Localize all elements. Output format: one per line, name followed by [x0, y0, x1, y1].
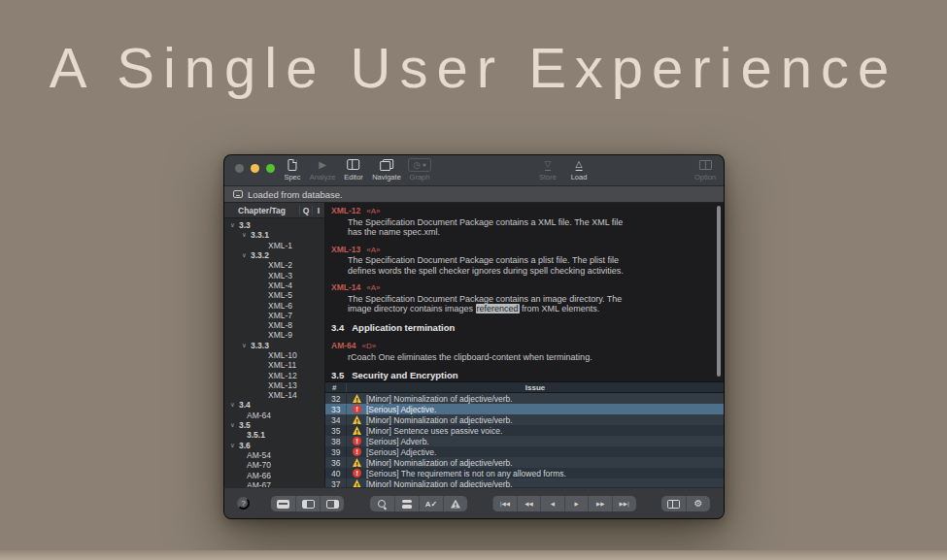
- tree-item[interactable]: ∨ 3.3.3: [224, 341, 324, 350]
- requirement-xml-13[interactable]: XML-13«A» The Specification Document Pac…: [331, 245, 710, 277]
- nav-button[interactable]: ▶▶: [588, 496, 612, 511]
- tree-item[interactable]: ∨ XML-11: [224, 360, 324, 370]
- tree-item-label: XML-1: [268, 241, 292, 250]
- spellcheck-button[interactable]: A✓: [419, 496, 443, 511]
- sidebar-header[interactable]: Chapter/Tag Q I: [224, 203, 324, 218]
- tree-item[interactable]: ∨ XML-8: [224, 320, 324, 330]
- issue-number: 37: [325, 479, 347, 488]
- tree-item[interactable]: ∨ 3.3.1: [224, 230, 324, 240]
- tree-item[interactable]: ∨ 3.3: [224, 220, 324, 230]
- title-bar[interactable]: Spec ▶ Analyze Editor Navigate ◷▼ Graph …: [224, 155, 724, 186]
- toolbar-spec-button[interactable]: Spec: [284, 157, 300, 181]
- tree-item[interactable]: ∨ 3.6: [224, 441, 324, 450]
- tree-item[interactable]: ∨ 3.3.2: [224, 250, 324, 260]
- issue-row[interactable]: 36 [Minor] Nominalization of adjective/v…: [325, 457, 724, 468]
- section-heading-3-4: 3.4Application termination: [331, 323, 710, 334]
- sidebar-header-chapter-tag[interactable]: Chapter/Tag: [224, 206, 299, 215]
- tree-item-label: 3.3.2: [251, 250, 269, 260]
- tree-item[interactable]: ∨ XML-14: [224, 390, 324, 400]
- column-header-issue[interactable]: Issue: [347, 383, 724, 392]
- settings-button[interactable]: ⚙: [686, 496, 710, 511]
- tree-item-label: XML-4: [268, 280, 292, 290]
- tree-item[interactable]: ∨ 3.5.1: [224, 430, 324, 440]
- nav-button[interactable]: ▶: [564, 496, 589, 511]
- tree-item-label: 3.6: [239, 441, 251, 450]
- toolbar-spec-label: Spec: [284, 173, 300, 181]
- requirement-xml-12[interactable]: XML-12«A» The Specification Document Pac…: [331, 206, 710, 238]
- rows-view-button[interactable]: [394, 496, 419, 511]
- sidebar-header-q-column[interactable]: Q: [299, 206, 312, 215]
- issue-row[interactable]: 39 [Serious] Adjective.: [325, 446, 724, 457]
- sidebar-header-i-column[interactable]: I: [312, 206, 324, 215]
- issue-row[interactable]: 38 [Serious] Adverb.: [325, 436, 724, 446]
- issue-row[interactable]: 35 [Minor] Sentence uses passive voice.: [325, 425, 724, 436]
- req-text-line: The Specification Document Package conta…: [348, 255, 710, 266]
- play-icon: ▶: [319, 157, 326, 172]
- severity-icon: [353, 437, 361, 445]
- tree-item[interactable]: ∨ XML-5: [224, 290, 324, 300]
- warnings-button[interactable]: [443, 496, 467, 511]
- chevron-down-icon: ∨: [242, 251, 251, 259]
- tree-item-label: XML-7: [268, 311, 292, 320]
- issue-row[interactable]: 32 [Minor] Nominalization of adjective/v…: [325, 393, 724, 404]
- toolbar-load-button[interactable]: △ Load: [571, 157, 588, 181]
- spec-text-view[interactable]: XML-12«A» The Specification Document Pac…: [325, 203, 724, 381]
- requirement-am-64[interactable]: AM-64«D» rCoach One eliminates the clipb…: [331, 341, 710, 362]
- severity-icon: [353, 394, 361, 403]
- tree-item[interactable]: ∨ AM-64: [224, 411, 324, 420]
- severity-icon: [353, 426, 361, 435]
- req-text-line: rCoach One eliminates the clipboard-cont…: [348, 352, 710, 363]
- tree-item-label: AM-54: [247, 450, 271, 460]
- tree-item-label: XML-5: [268, 290, 292, 300]
- tree-item[interactable]: ∨ XML-6: [224, 300, 324, 310]
- layout-full-button[interactable]: [271, 496, 295, 511]
- req-variant: «D»: [362, 342, 377, 350]
- nav-button[interactable]: ◀◀: [517, 496, 541, 511]
- tree-item[interactable]: ∨ XML-7: [224, 311, 324, 320]
- tree-item[interactable]: ∨ AM-67: [224, 480, 324, 487]
- issue-number: 36: [325, 458, 347, 468]
- column-header-number[interactable]: #: [325, 383, 347, 392]
- content-pane: XML-12«A» The Specification Document Pac…: [325, 203, 724, 487]
- tree-item[interactable]: ∨ XML-13: [224, 380, 324, 390]
- app-window: Spec ▶ Analyze Editor Navigate ◷▼ Graph …: [223, 154, 725, 519]
- tree-item[interactable]: ∨ XML-1: [224, 241, 324, 250]
- minimize-window-icon[interactable]: [251, 164, 259, 173]
- nav-button[interactable]: ◀: [540, 496, 564, 511]
- toolbar-editor-button[interactable]: Editor: [344, 157, 363, 181]
- tree-item[interactable]: ∨ XML-9: [224, 330, 324, 340]
- panels-config-button[interactable]: [661, 496, 686, 511]
- toolbar-navigate-button[interactable]: Navigate: [372, 157, 401, 181]
- tree-item[interactable]: ∨ XML-3: [224, 270, 324, 280]
- nav-button[interactable]: |◀◀: [492, 496, 517, 511]
- tree-item[interactable]: ∨ AM-66: [224, 470, 324, 479]
- tree-item[interactable]: ∨ 3.4: [224, 400, 324, 410]
- issue-row[interactable]: 37 [Minor] Nominalization of adjective/v…: [325, 478, 724, 487]
- issue-row[interactable]: 40 [Serious] The requirement is not on a…: [325, 468, 724, 478]
- issue-number: 38: [325, 437, 347, 446]
- scrollbar-thumb[interactable]: [717, 206, 721, 377]
- help-button[interactable]: ?: [237, 497, 250, 510]
- zoom-window-icon[interactable]: [266, 164, 275, 173]
- nav-button[interactable]: ▶▶|: [612, 496, 636, 511]
- tree-item[interactable]: ∨ 3.5: [224, 420, 324, 430]
- search-button[interactable]: [370, 496, 394, 511]
- issue-row[interactable]: 33 [Serious] Adjective.: [325, 404, 724, 414]
- traffic-lights: [235, 164, 275, 173]
- requirement-xml-14[interactable]: XML-14«A» The Specification Document Pac…: [331, 282, 710, 314]
- tree-item[interactable]: ∨ AM-54: [224, 450, 324, 460]
- tree-item[interactable]: ∨ XML-12: [224, 370, 324, 379]
- tree-item[interactable]: ∨ AM-70: [224, 460, 324, 470]
- layout-left-panel-button[interactable]: [295, 496, 320, 511]
- tree-item-label: 3.3.3: [251, 341, 269, 350]
- issue-number: 32: [325, 394, 347, 404]
- tree-item[interactable]: ∨ XML-4: [224, 280, 324, 290]
- layout-right-panel-button[interactable]: [320, 496, 344, 511]
- tree-item[interactable]: ∨ XML-10: [224, 350, 324, 360]
- issue-row[interactable]: 34 [Minor] Nominalization of adjective/v…: [325, 414, 724, 425]
- req-tag: XML-13: [331, 245, 360, 254]
- toolbar-load-label: Load: [571, 173, 588, 181]
- close-window-icon[interactable]: [235, 164, 244, 173]
- nav-arrow-icon: ◀: [551, 501, 555, 507]
- tree-item[interactable]: ∨ XML-2: [224, 260, 324, 270]
